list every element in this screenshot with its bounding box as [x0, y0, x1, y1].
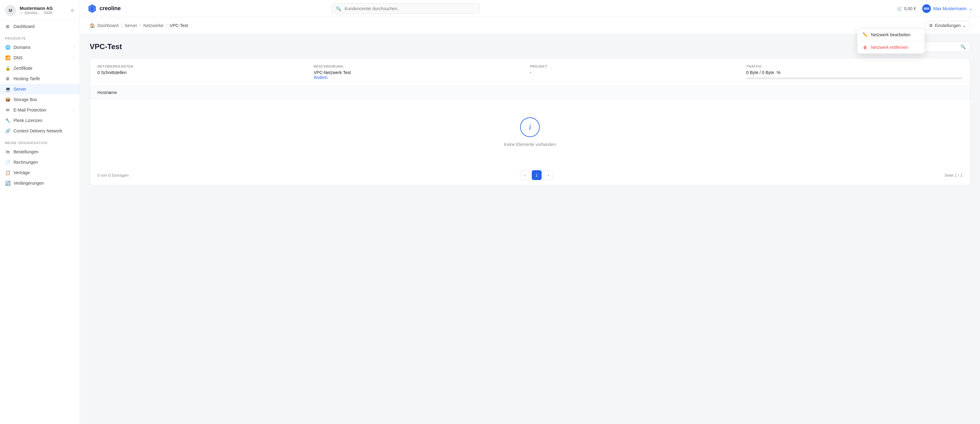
- search-icon: 🔍: [960, 44, 966, 49]
- breadcrumb-netzwerke[interactable]: Netzwerke: [143, 23, 164, 28]
- logo-text: creoline: [100, 5, 121, 12]
- company-name: Mustermann AG: [20, 6, 67, 11]
- settings-icon[interactable]: ⚙: [71, 8, 75, 13]
- beschreibung-col: BESCHREIBUNG VPC-Netzwerk Test Ändern: [313, 65, 530, 80]
- dropdown-menu: ✏️ Netzwerk bearbeiten 🗑 Netzwerk entfer…: [857, 28, 925, 54]
- traffic-percent: %: [776, 70, 780, 75]
- sidebar-item-storage-box[interactable]: 📦 Storage Box: [0, 94, 80, 105]
- content-area: 🏠 Dashboard / Server / Netzwerke / VPC-T…: [80, 17, 980, 424]
- user-info: Mustermann AG ☆ Adminis... · 5498: [20, 6, 67, 15]
- settings-button[interactable]: ⚙ Einstellungen ⌄: [925, 21, 970, 30]
- sidebar-item-zertifikate[interactable]: 🔒 Zertifikate: [0, 63, 80, 73]
- sidebar-item-dns[interactable]: 📶 DNS ›: [0, 53, 80, 63]
- pagination-row: 0 von 0 Einträgen ‹ 1 › Seite 1 / 1: [90, 165, 970, 185]
- netzwerkkarten-label: NETZWERKKARTEN: [97, 65, 313, 68]
- home-icon: 🏠: [90, 23, 95, 28]
- user-name: Max Mustermann: [933, 6, 966, 11]
- breadcrumb-dashboard[interactable]: Dashboard: [97, 23, 119, 28]
- table-info-row: NETZWERKKARTEN 0 Schnittstellen BESCHREI…: [90, 58, 970, 86]
- page-info-right: Seite 1 / 1: [944, 173, 963, 178]
- sidebar-item-rechnungen[interactable]: 📄 Rechnungen: [0, 157, 80, 167]
- header-right: 🛒 0,00 € MM Max Mustermann ⌄: [897, 4, 973, 13]
- sidebar-header: M Mustermann AG ☆ Adminis... · 5498 ⚙: [0, 0, 80, 21]
- search-bar: 🔍: [332, 3, 480, 14]
- breadcrumb-server[interactable]: Server: [124, 23, 137, 28]
- beschreibung-value: VPC-Netzwerk Test: [313, 70, 530, 75]
- projekt-label: PROJEKT: [530, 65, 746, 68]
- sidebar-item-cdn[interactable]: 🔗 Content Delivery Network: [0, 126, 80, 136]
- traffic-label: TRAFFIC: [746, 65, 963, 68]
- dns-icon: 📶: [5, 55, 10, 60]
- grid-icon: ⊞: [5, 24, 10, 29]
- netzwerkkarten-col: NETZWERKKARTEN 0 Schnittstellen: [97, 65, 313, 75]
- page-title: VPC-Test: [90, 42, 122, 51]
- main-content: creoline 🔍 🛒 0,00 € MM Max Mustermann ⌄: [80, 0, 980, 424]
- edit-icon: ✏️: [862, 32, 868, 37]
- plesk-icon: 🔧: [5, 118, 10, 123]
- pagination-info: 0 von 0 Einträgen: [97, 173, 129, 178]
- beschreibung-link[interactable]: Ändern: [313, 75, 530, 80]
- chevron-right-icon: ›: [73, 45, 75, 49]
- top-header: creoline 🔍 🛒 0,00 € MM Max Mustermann ⌄: [80, 0, 980, 17]
- products-section-label: PRODUKTE: [0, 32, 80, 42]
- edit-label: Netzwerk bearbeiten: [871, 32, 910, 37]
- sidebar-item-server[interactable]: 💻 Server: [0, 84, 80, 94]
- sidebar-item-dashboard[interactable]: ⊞ Dashboard: [0, 21, 80, 32]
- org-section-label: MEINE ORGANISATION: [0, 136, 80, 147]
- sidebar-item-bestellungen[interactable]: 🛍 Bestellungen: [0, 147, 80, 157]
- traffic-value: 0 Byte / 0 Byte: [746, 70, 774, 75]
- chevron-down-icon: ⌄: [969, 6, 973, 11]
- sidebar-item-verlaengerungen[interactable]: 🔄 Verlängerungen: [0, 178, 80, 188]
- user-menu[interactable]: MM Max Mustermann ⌄: [922, 4, 973, 13]
- chevron-down-icon: ⌄: [963, 23, 966, 28]
- sidebar-item-hosting[interactable]: 🖥 Hosting-Tarife: [0, 73, 80, 84]
- user-avatar: MM: [922, 4, 931, 13]
- globe-icon: 🌐: [5, 45, 10, 50]
- pagination-controls: ‹ 1 ›: [520, 170, 553, 180]
- sidebar: M Mustermann AG ☆ Adminis... · 5498 ⚙ ⊞ …: [0, 0, 80, 424]
- remove-label: Netzwerk entfernen: [871, 45, 908, 50]
- empty-text: Keine Elemente vorhanden: [504, 142, 556, 147]
- storage-icon: 📦: [5, 97, 10, 102]
- sort-icon: ↑: [108, 90, 151, 95]
- lock-icon: 🔒: [5, 66, 10, 71]
- prev-page-button[interactable]: ‹: [520, 170, 530, 180]
- table-card: NETZWERKKARTEN 0 Schnittstellen BESCHREI…: [90, 58, 970, 185]
- page-1-button[interactable]: 1: [532, 170, 542, 180]
- renewal-icon: 🔄: [5, 181, 10, 186]
- cdn-icon: 🔗: [5, 128, 10, 133]
- user-role: ☆ Adminis... · 5498: [20, 11, 67, 15]
- sidebar-item-vertraege[interactable]: 📋 Verträge: [0, 167, 80, 178]
- info-circle-icon: i: [520, 117, 540, 137]
- page-title-row: VPC-Test 🔍: [90, 41, 970, 52]
- server-icon: 💻: [5, 87, 10, 92]
- empty-state: i Keine Elemente vorhanden: [90, 99, 970, 165]
- avatar: M: [5, 5, 16, 16]
- sidebar-item-plesk[interactable]: 🔧 Plesk Lizenzen: [0, 115, 80, 126]
- dropdown-item-edit[interactable]: ✏️ Netzwerk bearbeiten: [858, 29, 924, 41]
- projekt-value: -: [530, 70, 746, 75]
- logo-icon: [87, 4, 97, 14]
- logo[interactable]: creoline: [87, 4, 121, 14]
- contracts-icon: 📋: [5, 170, 10, 175]
- sidebar-item-domains[interactable]: 🌐 Domains ›: [0, 42, 80, 53]
- search-input[interactable]: [332, 3, 480, 14]
- breadcrumb: 🏠 Dashboard / Server / Netzwerke / VPC-T…: [90, 23, 188, 28]
- orders-icon: 🛍: [5, 149, 10, 154]
- breadcrumb-current: VPC-Test: [170, 23, 188, 28]
- cart-amount: 0,00 €: [904, 6, 916, 11]
- sidebar-item-email-protection[interactable]: ✉ E-Mail Protection ›: [0, 105, 80, 115]
- beschreibung-label: BESCHREIBUNG: [313, 65, 530, 68]
- table-header: Hostname ↑: [90, 86, 970, 99]
- hosting-icon: 🖥: [5, 76, 10, 81]
- chevron-right-icon: ›: [73, 108, 75, 112]
- chevron-right-icon: ›: [73, 56, 75, 60]
- breadcrumb-bar: 🏠 Dashboard / Server / Netzwerke / VPC-T…: [80, 17, 980, 34]
- netzwerkkarten-value: 0 Schnittstellen: [97, 70, 313, 75]
- content-inner: VPC-Test 🔍 NETZWERKKARTEN 0 Schnittstell…: [80, 34, 980, 193]
- dropdown-item-remove[interactable]: 🗑 Netzwerk entfernen: [858, 41, 924, 53]
- next-page-button[interactable]: ›: [544, 170, 553, 180]
- cart-area[interactable]: 🛒 0,00 €: [897, 6, 916, 11]
- cart-icon: 🛒: [897, 6, 902, 11]
- email-icon: ✉: [5, 108, 10, 112]
